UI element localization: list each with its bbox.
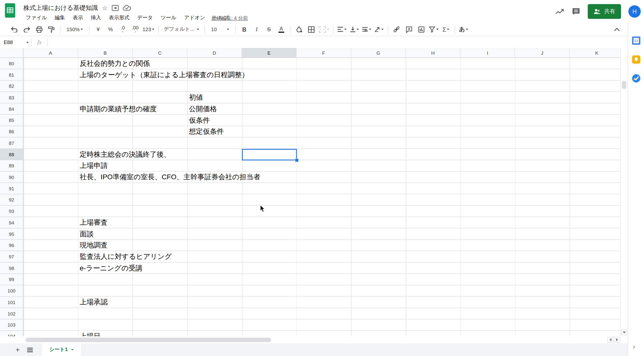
row-header-102[interactable]: 102 [0, 308, 23, 319]
row-header-88[interactable]: 88 [0, 149, 23, 160]
cell-B90[interactable]: 社長、IPO準備室の室長、CFO、主幹事証券会社の担当者 [80, 172, 260, 183]
insights-icon[interactable] [556, 8, 564, 15]
menu-item-6[interactable]: ツール [158, 13, 180, 22]
cell-B104[interactable]: 上場日 [80, 331, 101, 337]
format-currency-button[interactable]: ¥ [93, 24, 103, 34]
cell-D85[interactable]: 仮条件 [189, 115, 210, 126]
text-rotation-button[interactable] [374, 24, 384, 34]
sheets-logo-icon[interactable] [4, 3, 16, 18]
insert-comment-button[interactable] [404, 24, 414, 34]
column-header-C[interactable]: C [133, 48, 187, 57]
cell-B80[interactable]: 反社会的勢力との関係 [80, 58, 150, 69]
create-filter-button[interactable] [429, 24, 438, 34]
move-folder-icon[interactable] [112, 5, 118, 11]
cell-B81[interactable]: 上場のターゲット（東証による上場審査の日程調整） [80, 69, 249, 81]
row-header-83[interactable]: 83 [0, 92, 23, 103]
row-header-100[interactable]: 100 [0, 285, 23, 297]
star-icon[interactable]: ☆ [102, 5, 108, 11]
redo-button[interactable] [22, 24, 32, 34]
cell-B96[interactable]: 現地調査 [80, 240, 108, 251]
select-all-corner[interactable] [0, 48, 24, 57]
add-sheet-button[interactable]: + [12, 344, 24, 356]
column-header-D[interactable]: D [187, 48, 242, 57]
row-header-85[interactable]: 85 [0, 115, 23, 126]
row-header-93[interactable]: 93 [0, 206, 23, 217]
show-side-panel-chevron[interactable]: › [633, 343, 635, 350]
last-edit-link[interactable]: 最終編集: 4 分前 [212, 15, 248, 22]
tasks-icon[interactable] [632, 74, 641, 83]
fill-handle[interactable] [295, 159, 298, 162]
comment-history-icon[interactable] [572, 7, 580, 15]
horizontal-scrollbar-thumb[interactable] [26, 338, 271, 342]
insert-link-button[interactable] [392, 24, 402, 34]
column-header-G[interactable]: G [351, 48, 406, 57]
row-header-101[interactable]: 101 [0, 297, 23, 308]
cell-D84[interactable]: 公開価格 [189, 103, 217, 115]
row-header-95[interactable]: 95 [0, 228, 23, 240]
cell-B89[interactable]: 上場申請 [80, 160, 108, 172]
cell-B98[interactable]: e-ラーニングの受講 [80, 263, 142, 274]
cell-D86[interactable]: 想定仮条件 [189, 126, 224, 138]
menu-item-7[interactable]: アドオン [181, 13, 208, 22]
menu-item-4[interactable]: 表示形式 [106, 13, 133, 22]
vertical-scrollbar-thumb[interactable] [622, 81, 626, 89]
column-header-B[interactable]: B [78, 48, 133, 57]
column-header-H[interactable]: H [406, 48, 460, 57]
font-select[interactable]: デフォルト... [162, 24, 201, 34]
text-color-button[interactable]: A [276, 24, 286, 34]
italic-button[interactable]: I [252, 24, 262, 34]
account-avatar[interactable]: H [628, 5, 641, 18]
sheet-tab-active[interactable]: シート1 [42, 343, 81, 356]
menu-item-1[interactable]: 編集 [52, 13, 68, 22]
vertical-align-button[interactable] [350, 24, 359, 34]
column-header-F[interactable]: F [296, 48, 351, 57]
menu-item-2[interactable]: 表示 [70, 13, 86, 22]
cell-B84[interactable]: 申請期の業績予想の確度 [80, 103, 157, 115]
row-header-99[interactable]: 99 [0, 274, 23, 285]
horizontal-align-button[interactable] [337, 24, 347, 34]
row-header-86[interactable]: 86 [0, 126, 23, 138]
row-header-97[interactable]: 97 [0, 251, 23, 263]
column-header-J[interactable]: J [515, 48, 570, 57]
cell-B95[interactable]: 面談 [80, 228, 94, 240]
cell-B94[interactable]: 上場審査 [80, 217, 108, 228]
spreadsheet-grid[interactable]: 反社会的勢力との関係上場のターゲット（東証による上場審査の日程調整）初値申請期の… [0, 58, 620, 337]
number-format-button[interactable]: 123 [142, 24, 154, 34]
cell-B97[interactable]: 監査法人に対するヒアリング [80, 251, 172, 263]
undo-button[interactable] [10, 24, 19, 34]
row-header-94[interactable]: 94 [0, 217, 23, 228]
row-header-103[interactable]: 103 [0, 319, 23, 331]
row-header-104[interactable]: 104 [0, 331, 23, 337]
menu-item-0[interactable]: ファイル [22, 13, 50, 22]
menu-item-3[interactable]: 挿入 [88, 13, 104, 22]
strikethrough-button[interactable]: S [264, 24, 274, 34]
document-title[interactable]: 株式上場における基礎知識 [24, 4, 98, 12]
scroll-left-button[interactable] [607, 337, 614, 343]
column-header-E[interactable]: E [242, 48, 296, 57]
input-tools-button[interactable]: あ [458, 24, 468, 34]
all-sheets-button[interactable] [24, 344, 36, 356]
row-header-87[interactable]: 87 [0, 138, 23, 149]
row-header-80[interactable]: 80 [0, 58, 23, 69]
row-header-90[interactable]: 90 [0, 172, 23, 183]
print-button[interactable] [34, 24, 44, 34]
scroll-right-button[interactable] [614, 337, 620, 343]
bold-button[interactable]: B [239, 24, 249, 34]
row-header-91[interactable]: 91 [0, 183, 23, 194]
borders-button[interactable] [306, 24, 316, 34]
row-header-89[interactable]: 89 [0, 160, 23, 172]
menu-item-5[interactable]: データ [134, 13, 156, 22]
row-header-82[interactable]: 82 [0, 81, 23, 92]
fill-color-button[interactable] [294, 24, 304, 34]
cell-B88[interactable]: 定時株主総会の決議終了後、 [80, 149, 170, 160]
merge-cells-button[interactable] [318, 24, 329, 34]
zoom-select[interactable]: 150% [64, 24, 86, 34]
column-header-K[interactable]: K [570, 48, 624, 57]
row-header-81[interactable]: 81 [0, 69, 23, 81]
row-header-84[interactable]: 84 [0, 103, 23, 115]
decrease-decimal-button[interactable]: .0← [118, 24, 128, 34]
share-button[interactable]: 共有 [588, 4, 621, 19]
font-size-select[interactable]: 10 [209, 24, 232, 34]
cell-D83[interactable]: 初値 [189, 92, 203, 103]
format-percent-button[interactable]: % [106, 24, 115, 34]
